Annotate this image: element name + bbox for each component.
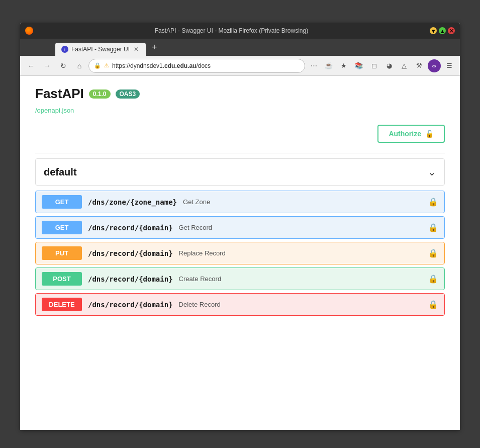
endpoint-lock-icon: 🔒 [428, 197, 438, 207]
firefox-icon [25, 27, 33, 35]
api-title: FastAPI [35, 86, 84, 102]
lock-icon: 🔒 [94, 62, 101, 69]
nav-right-icons: ⋯ ☕ ★ 📚 ◻ ◕ △ ⚒ ∞ ☰ [307, 59, 456, 72]
endpoints-list: GET /dns/zone/{zone_name} Get Zone 🔒 GET… [35, 191, 445, 316]
endpoint-desc: Create Record [179, 275, 422, 283]
menu-button[interactable]: ☰ [443, 59, 456, 72]
reload-button[interactable]: ↻ [56, 59, 70, 73]
section-title: default [44, 166, 77, 178]
maximize-button[interactable]: ▴ [439, 27, 446, 34]
tab-bar: i FastAPI - Swagger UI ✕ + [20, 39, 460, 56]
browser-window: FastAPI - Swagger UI - Mozilla Firefox (… [20, 23, 460, 430]
tab-close-button[interactable]: ✕ [133, 46, 140, 53]
url-text: https://dyndnsdev1.cdu.edu.au/docs [112, 62, 300, 69]
warning-icon: ⚠ [104, 62, 109, 69]
divider [35, 153, 445, 153]
new-tab-button[interactable]: + [148, 42, 161, 53]
window-title: FastAPI - Swagger UI - Mozilla Firefox (… [37, 27, 426, 34]
method-badge: DELETE [42, 298, 82, 311]
star-icon[interactable]: ★ [337, 59, 350, 72]
profile-icon[interactable]: ∞ [428, 59, 441, 72]
authorize-lock-icon: 🔓 [425, 130, 434, 138]
method-badge: GET [42, 195, 82, 209]
endpoint-path: /dns/record/{domain} [88, 301, 173, 309]
bookmark-icon[interactable]: ☕ [322, 59, 335, 72]
oas-badge: OAS3 [116, 89, 140, 99]
api-header: FastAPI 0.1.0 OAS3 [35, 86, 445, 102]
endpoint-lock-icon: 🔒 [428, 248, 438, 258]
back-button[interactable]: ← [24, 59, 38, 73]
openapi-link[interactable]: /openapi.json [35, 107, 74, 114]
more-options-button[interactable]: ⋯ [307, 59, 320, 72]
endpoint-desc: Replace Record [179, 249, 422, 257]
address-bar[interactable]: 🔒 ⚠ https://dyndnsdev1.cdu.edu.au/docs [88, 59, 305, 73]
endpoint-row[interactable]: DELETE /dns/record/{domain} Delete Recor… [35, 293, 445, 316]
endpoint-path: /dns/zone/{zone_name} [88, 198, 177, 206]
sync-icon[interactable]: ◻ [367, 59, 380, 72]
nav-bar: ← → ↻ ⌂ 🔒 ⚠ https://dyndnsdev1.cdu.edu.a… [20, 56, 460, 76]
authorize-area: Authorize 🔓 [35, 125, 445, 143]
endpoint-path: /dns/record/{domain} [88, 275, 173, 283]
tab-label: FastAPI - Swagger UI [71, 46, 130, 53]
endpoint-desc: Get Zone [183, 198, 422, 206]
endpoint-lock-icon: 🔒 [428, 300, 438, 309]
endpoint-path: /dns/record/{domain} [88, 224, 173, 232]
version-badge: 0.1.0 [89, 89, 111, 99]
authorize-button[interactable]: Authorize 🔓 [377, 125, 445, 143]
section-chevron-icon: ⌄ [428, 166, 436, 178]
tab-favicon: i [61, 46, 68, 53]
endpoint-desc: Get Record [179, 224, 422, 231]
minimize-button[interactable]: ▾ [430, 27, 437, 34]
extensions-icon[interactable]: ⚒ [413, 59, 426, 72]
forward-button[interactable]: → [40, 59, 54, 73]
endpoint-row[interactable]: GET /dns/zone/{zone_name} Get Zone 🔒 [35, 191, 445, 213]
endpoint-path: /dns/record/{domain} [88, 249, 173, 257]
endpoint-lock-icon: 🔒 [428, 274, 438, 284]
endpoint-row[interactable]: GET /dns/record/{domain} Get Record 🔒 [35, 216, 445, 239]
method-badge: PUT [42, 246, 82, 260]
endpoint-row[interactable]: POST /dns/record/{domain} Create Record … [35, 267, 445, 290]
window-controls: ▾ ▴ ✕ [430, 27, 455, 34]
endpoint-desc: Delete Record [179, 301, 422, 308]
endpoint-lock-icon: 🔒 [428, 223, 438, 232]
authorize-label: Authorize [389, 130, 421, 138]
active-tab[interactable]: i FastAPI - Swagger UI ✕ [55, 43, 146, 56]
shield-icon[interactable]: △ [398, 59, 411, 72]
home-button[interactable]: ⌂ [72, 59, 86, 73]
library-icon[interactable]: 📚 [352, 59, 365, 72]
method-badge: GET [42, 221, 82, 234]
page-content: FastAPI 0.1.0 OAS3 /openapi.json Authori… [20, 76, 460, 430]
default-section-header[interactable]: default ⌄ [35, 158, 445, 186]
firefox-account-icon[interactable]: ◕ [382, 59, 396, 72]
title-bar: FastAPI - Swagger UI - Mozilla Firefox (… [20, 23, 460, 39]
endpoint-row[interactable]: PUT /dns/record/{domain} Replace Record … [35, 242, 445, 264]
close-button[interactable]: ✕ [448, 27, 455, 34]
method-badge: POST [42, 272, 82, 286]
